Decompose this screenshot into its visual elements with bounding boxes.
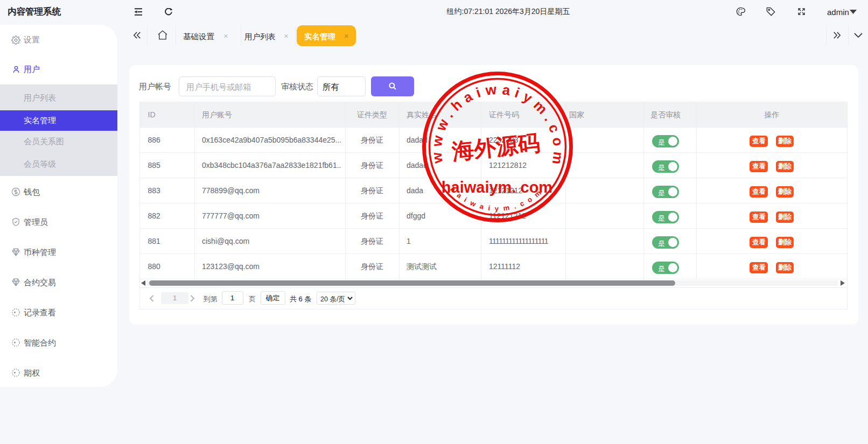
- svg-text:haiwaiym. com: haiwaiym. com: [442, 178, 552, 195]
- svg-text:海外源码: 海外源码: [450, 130, 541, 164]
